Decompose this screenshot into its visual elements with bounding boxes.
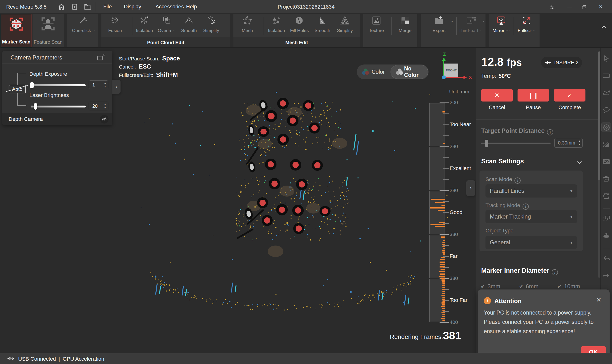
fusion-button[interactable]: Fusion [105,15,125,33]
dropdown-caret-icon: ▼ [570,241,573,245]
complete-scan-button[interactable]: ✓ [554,89,585,102]
spinner-arrows-icon[interactable]: ▲▼ [578,139,580,146]
device-badge[interactable]: INSPIRE 2 [541,57,582,68]
simplify-icon [206,15,217,26]
preferences-icon[interactable] [546,2,557,11]
restore-icon[interactable] [601,191,611,201]
attention-close-icon[interactable]: ✕ [596,296,601,304]
pc-isolation-label: Isolation [134,28,155,33]
spinner-arrows-icon[interactable]: ▲▼ [104,103,106,110]
mesh-label: Mesh [237,28,258,33]
section-divider [476,119,600,120]
toolbar-divider [603,208,610,209]
popout-icon[interactable] [97,54,105,61]
undo-icon[interactable] [601,254,611,263]
third-party-button[interactable]: Third-part··· ▾ [458,15,483,33]
texture-button[interactable]: Texture [366,15,387,33]
target-point-distance-spinbox[interactable]: 0.30mm ▲▼ [554,138,583,148]
info-icon[interactable]: i [552,269,558,275]
mirroring-button[interactable]: Mirrori··· [490,15,512,33]
lasso-select-icon[interactable] [601,105,611,115]
group-divider [263,17,263,35]
point-cloud-edit-caption: Point Cloud Edit [101,40,230,45]
menu-display[interactable]: Display [124,4,141,10]
fullscreen-button[interactable]: Fullscr··· [516,15,538,33]
marker-scan-button[interactable]: Marker Scan [1,14,32,47]
select-icon[interactable] [601,54,611,63]
open-folder-icon[interactable] [84,3,92,11]
feature-scan-button[interactable]: Feature Scan [32,14,64,47]
app-title: Revo Metro 5.8.5 [6,4,47,10]
depth-exposure-spinbox[interactable]: 1 ▲▼ [89,80,108,89]
hint-label: Start/Pause Scan: [119,56,159,61]
gauge-panel-expander[interactable]: › [466,180,475,196]
mesh-smooth-button[interactable]: Smooth [312,15,333,33]
scan-settings-collapse-icon[interactable] [576,159,583,167]
info-icon[interactable]: i [523,204,529,210]
info-icon[interactable]: i [547,129,553,135]
spinner-arrows-icon[interactable]: ▲▼ [104,81,106,88]
object-type-dropdown[interactable]: General ▼ [486,236,577,249]
target-point-distance-thumb[interactable] [485,140,488,147]
laser-brightness-slider[interactable] [31,105,86,107]
one-click-button[interactable]: One-click ··· [72,15,93,33]
redo-icon[interactable] [601,271,611,281]
delete-icon[interactable] [601,174,611,184]
tracking-mode-dropdown[interactable]: Marker Tracking ▼ [486,210,577,223]
menu-file[interactable]: File [103,4,112,10]
scan-mode-dropdown[interactable]: Parallel Lines ▼ [486,184,577,197]
no-color-option[interactable]: No Color [390,65,428,79]
cancel-scan-button[interactable]: ✕ [481,89,513,102]
laser-brightness-spinbox[interactable]: 20 ▲▼ [89,102,108,110]
duplicate-icon[interactable] [601,214,611,223]
complete-label: Complete [554,104,585,111]
export-button[interactable]: Export ▾ [427,15,451,33]
info-icon[interactable]: i [515,177,521,184]
invert-selection-icon[interactable] [601,140,611,149]
depth-exposure-slider[interactable] [31,84,86,86]
mesh-isolation-button[interactable]: Isolation [266,15,287,33]
minimize-button[interactable]: — [564,2,575,11]
panel-scrollbar-thumb[interactable] [598,51,600,180]
pc-smooth-button[interactable]: Smooth [178,15,199,33]
menu-help[interactable]: Help [186,4,197,10]
new-project-icon[interactable] [70,3,79,11]
home-icon[interactable] [57,3,66,11]
checkbox-3mm[interactable]: ✔3mm [481,283,500,290]
depth-camera-row[interactable]: Depth Camera [2,113,112,125]
checkbox-10mm[interactable]: ✔10mm [557,283,580,290]
camera-parameters-panel: Camera Parameters Auto Depth Exposure 1 … [2,51,112,125]
mesh-simplify-button[interactable]: Simplify [334,15,355,33]
svg-text:Z: Z [443,52,446,57]
laser-brightness-value: 20 [92,104,97,109]
polygon-select-icon[interactable] [601,88,611,98]
group-divider [391,17,392,35]
sphere-select-icon[interactable] [601,123,611,132]
color-option[interactable]: Color [357,65,390,79]
pc-simplify-button[interactable]: Simplify [201,15,222,33]
checkbox-6mm[interactable]: ✔6mm [519,283,539,290]
pause-scan-button[interactable]: ❙❙ [517,89,549,102]
feature-scan-icon [40,16,56,32]
merge-button[interactable]: Merge [395,15,416,33]
auto-exposure-toggle[interactable]: Auto [9,85,26,93]
depth-exposure-slider-thumb[interactable] [30,82,34,88]
close-button[interactable]: ✕ [596,2,606,11]
titlebar-divider [96,2,96,12]
target-point-distance-slider[interactable] [481,143,551,144]
laser-brightness-slider-thumb[interactable] [34,103,37,110]
mesh-button[interactable]: Mesh [237,15,258,33]
pc-isolation-button[interactable]: Isolation [134,15,155,33]
deselect-icon[interactable] [601,157,611,167]
stamp-icon[interactable] [601,231,611,241]
overlap-button[interactable]: Overla··· [156,15,177,33]
fill-holes-button[interactable]: Fill Holes [289,15,310,33]
restore-button[interactable] [579,2,589,11]
ribbon-collapse-icon[interactable] [600,24,610,31]
camera-panel-collapse[interactable]: ‹ [112,80,121,94]
rectangle-select-icon[interactable] [601,71,611,80]
marker-scan-label: Marker Scan [1,39,32,45]
axis-gizmo[interactable]: FRONT Z X [438,52,473,83]
eye-off-icon[interactable] [100,115,109,123]
menu-accessories[interactable]: Accessories [155,4,184,10]
